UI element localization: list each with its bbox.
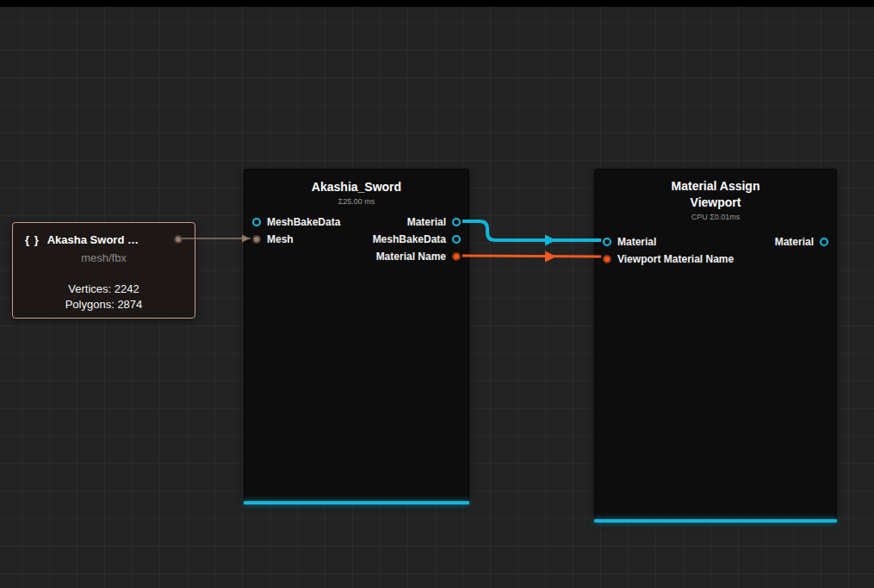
assign-node-timing: CPU Σ0.01ms bbox=[595, 211, 836, 223]
input-port-viewport-material-name[interactable] bbox=[603, 255, 611, 263]
output-material-name: Material Name bbox=[376, 251, 461, 263]
assign-node-header: Material Assign Viewport CPU Σ0.01ms bbox=[595, 170, 836, 223]
output-material: Material bbox=[775, 236, 828, 248]
output-port-material[interactable] bbox=[452, 218, 461, 226]
port-row: MeshBakeData Material bbox=[245, 214, 468, 231]
source-node-header: { } Akasha Sword … bbox=[13, 223, 195, 247]
port-label-material-in: Material bbox=[617, 236, 656, 248]
vertices-count: Vertices: 2242 bbox=[13, 282, 195, 297]
port-label-meshbakedata: MeshBakeData bbox=[267, 216, 340, 228]
bake-node-title: Akashia_Sword bbox=[245, 178, 468, 195]
assign-node-accent-bar bbox=[594, 519, 837, 523]
bake-node-accent-bar bbox=[244, 501, 469, 504]
input-material: Material bbox=[603, 236, 656, 248]
port-label-material-out: Material bbox=[775, 236, 814, 248]
source-node-subtitle: mesh/fbx bbox=[13, 251, 195, 266]
assign-node-title-line2: Viewport bbox=[595, 195, 836, 211]
bake-node-header: Akashia_Sword Σ25.00 ms bbox=[245, 170, 468, 207]
output-port-meshbakedata[interactable] bbox=[452, 235, 461, 244]
port-label-material-name: Material Name bbox=[376, 251, 446, 263]
top-edge-bar bbox=[0, 0, 874, 7]
input-port-mesh[interactable] bbox=[252, 235, 261, 244]
node-graph-canvas[interactable]: { } Akasha Sword … mesh/fbx Vertices: 22… bbox=[0, 0, 874, 588]
output-port-material[interactable] bbox=[820, 238, 828, 246]
input-meshbakedata: MeshBakeData bbox=[252, 216, 340, 228]
output-material: Material bbox=[407, 216, 461, 228]
input-port-material[interactable] bbox=[603, 238, 611, 246]
node-material-assign-viewport[interactable]: Material Assign Viewport CPU Σ0.01ms Mat… bbox=[594, 169, 837, 522]
port-label-meshbakedata-out: MeshBakeData bbox=[373, 233, 446, 245]
port-label-material-out: Material bbox=[407, 216, 446, 228]
wire-material-arrow bbox=[545, 235, 556, 246]
bake-node-timing: Σ25.00 ms bbox=[245, 195, 468, 207]
input-port-meshbakedata[interactable] bbox=[252, 218, 261, 226]
wire-material-name[interactable] bbox=[462, 256, 601, 257]
port-row: Material Material bbox=[595, 233, 836, 251]
port-label-mesh: Mesh bbox=[267, 233, 294, 245]
wire-material[interactable] bbox=[462, 221, 601, 240]
node-akashia-sword[interactable]: Akashia_Sword Σ25.00 ms MeshBakeData Mat… bbox=[244, 169, 469, 504]
port-row: Viewport Material Name bbox=[595, 251, 836, 268]
polygons-count: Polygons: 2874 bbox=[13, 297, 195, 313]
port-label-viewport-material-name: Viewport Material Name bbox=[617, 253, 734, 265]
assign-node-ports: Material Material Viewport Material Name bbox=[595, 233, 836, 268]
port-row: Material Name bbox=[245, 248, 468, 265]
braces-icon: { } bbox=[25, 233, 40, 246]
source-output-port[interactable] bbox=[174, 235, 183, 244]
source-node-stats: Vertices: 2242 Polygons: 2874 bbox=[13, 282, 195, 313]
wire-material-name-arrow bbox=[545, 251, 556, 263]
node-akasha-sword-source[interactable]: { } Akasha Sword … mesh/fbx Vertices: 22… bbox=[12, 222, 195, 319]
output-meshbakedata: MeshBakeData bbox=[373, 233, 461, 245]
assign-node-title-line1: Material Assign bbox=[595, 178, 836, 195]
input-viewport-material-name: Viewport Material Name bbox=[603, 253, 734, 265]
output-port-material-name[interactable] bbox=[452, 252, 461, 261]
port-row: Mesh MeshBakeData bbox=[245, 231, 468, 248]
input-mesh: Mesh bbox=[252, 233, 294, 245]
bake-node-ports: MeshBakeData Material Mesh MeshBakeData bbox=[245, 214, 468, 265]
source-node-title: Akasha Sword … bbox=[47, 233, 139, 246]
